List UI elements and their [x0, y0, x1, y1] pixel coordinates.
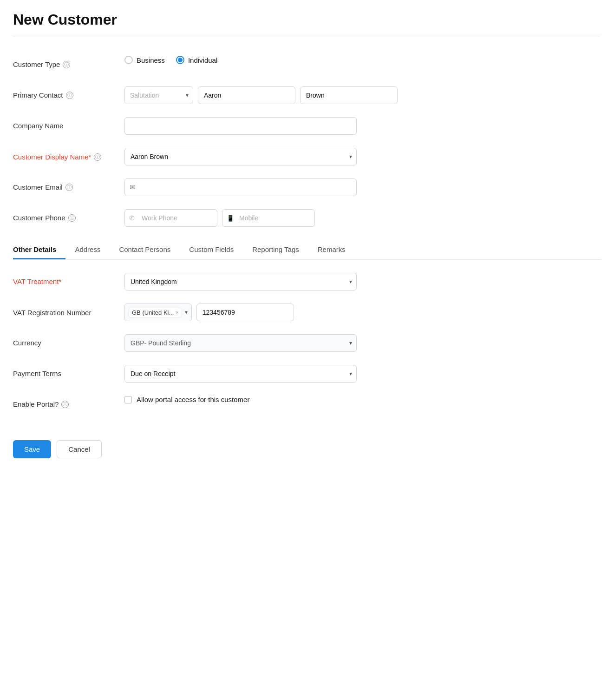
company-name-controls	[124, 117, 601, 135]
primary-contact-controls: Mr. Mrs. Ms. Dr. ▾ Salutation	[124, 86, 601, 104]
radio-individual-label: Individual	[188, 56, 217, 64]
customer-type-row: Customer Type ⓘ Business Individual	[13, 56, 601, 76]
payment-terms-wrapper: Due on Receipt Net 15 Net 30 Net 60 ▾	[124, 365, 357, 383]
save-button[interactable]: Save	[13, 440, 51, 458]
display-name-info-icon[interactable]: ⓘ	[94, 153, 101, 161]
page-title: New Customer	[13, 11, 601, 36]
primary-contact-info-icon[interactable]: ⓘ	[66, 92, 73, 99]
vat-registration-controls: GB (United Ki... × ▾	[124, 304, 601, 321]
customer-email-info-icon[interactable]: ⓘ	[65, 184, 73, 191]
primary-contact-row: Primary Contact ⓘ Mr. Mrs. Ms. Dr. ▾ Sal…	[13, 86, 601, 107]
currency-label: Currency	[13, 334, 124, 347]
customer-phone-row: Customer Phone ⓘ ✆ 📱	[13, 209, 601, 230]
cancel-button[interactable]: Cancel	[57, 440, 102, 458]
country-tag-label: GB (United Ki...	[132, 309, 174, 316]
payment-terms-select[interactable]: Due on Receipt Net 15 Net 30 Net 60	[124, 365, 357, 383]
currency-wrapper: GBP- Pound Sterling USD- US Dollar EUR- …	[124, 334, 357, 352]
last-name-input[interactable]	[300, 86, 398, 104]
radio-individual-circle[interactable]	[176, 56, 184, 64]
display-name-select[interactable]: Aaron Brown	[124, 148, 357, 165]
company-name-input[interactable]	[124, 117, 357, 135]
vat-treatment-label: VAT Treatment*	[13, 273, 124, 285]
vat-registration-row: VAT Registration Number GB (United Ki...…	[13, 304, 601, 324]
country-tag-wrapper: GB (United Ki... × ▾	[124, 304, 192, 321]
country-tag-remove-icon[interactable]: ×	[176, 310, 178, 315]
tab-reporting-tags[interactable]: Reporting Tags	[243, 241, 308, 259]
payment-terms-label: Payment Terms	[13, 365, 124, 377]
company-name-label: Company Name	[13, 117, 124, 130]
enable-portal-row: Enable Portal? ⓘ Allow portal access for…	[13, 396, 601, 416]
payment-terms-controls: Due on Receipt Net 15 Net 30 Net 60 ▾	[124, 365, 601, 383]
other-details-tab-content: VAT Treatment* United Kingdom EU Other ▾…	[13, 260, 601, 416]
tab-contact-persons[interactable]: Contact Persons	[110, 241, 180, 259]
vat-treatment-wrapper: United Kingdom EU Other ▾	[124, 273, 357, 291]
customer-email-row: Customer Email ⓘ ✉	[13, 178, 601, 199]
vat-treatment-select[interactable]: United Kingdom EU Other	[124, 273, 357, 291]
vat-registration-label: VAT Registration Number	[13, 304, 124, 317]
vat-treatment-controls: United Kingdom EU Other ▾	[124, 273, 601, 291]
payment-terms-row: Payment Terms Due on Receipt Net 15 Net …	[13, 365, 601, 385]
country-tag: GB (United Ki... ×	[129, 308, 182, 317]
enable-portal-checkbox[interactable]	[124, 396, 132, 403]
form-footer: Save Cancel	[13, 433, 601, 458]
work-phone-wrapper: ✆	[124, 209, 217, 227]
email-input-wrapper: ✉	[124, 178, 357, 196]
customer-type-label: Customer Type ⓘ	[13, 56, 124, 68]
email-input[interactable]	[124, 178, 357, 196]
radio-business-label: Business	[137, 56, 165, 64]
tab-other-details[interactable]: Other Details	[13, 241, 65, 259]
vat-number-input[interactable]	[196, 304, 294, 321]
tab-custom-fields[interactable]: Custom Fields	[180, 241, 243, 259]
enable-portal-label: Enable Portal? ⓘ	[13, 396, 124, 408]
display-name-controls: Aaron Brown ▾	[124, 148, 601, 165]
tabs-list: Other Details Address Contact Persons Cu…	[13, 241, 601, 259]
mobile-wrapper: 📱	[222, 209, 315, 227]
tab-address[interactable]: Address	[65, 241, 110, 259]
enable-portal-checkbox-label: Allow portal access for this customer	[137, 396, 249, 403]
salutation-select[interactable]: Mr. Mrs. Ms. Dr.	[124, 86, 193, 104]
customer-type-info-icon[interactable]: ⓘ	[63, 61, 70, 68]
currency-controls: GBP- Pound Sterling USD- US Dollar EUR- …	[124, 334, 601, 352]
company-name-row: Company Name	[13, 117, 601, 138]
work-phone-input[interactable]	[124, 209, 217, 227]
customer-type-options: Business Individual	[124, 56, 601, 64]
radio-business-circle[interactable]	[124, 56, 133, 64]
mobile-input[interactable]	[222, 209, 315, 227]
customer-email-label: Customer Email ⓘ	[13, 178, 124, 191]
vat-treatment-row: VAT Treatment* United Kingdom EU Other ▾	[13, 273, 601, 293]
radio-individual[interactable]: Individual	[176, 56, 217, 64]
customer-phone-label: Customer Phone ⓘ	[13, 209, 124, 222]
first-name-input[interactable]	[198, 86, 295, 104]
tabs-section: Other Details Address Contact Persons Cu…	[13, 241, 601, 260]
currency-row: Currency GBP- Pound Sterling USD- US Dol…	[13, 334, 601, 355]
display-name-wrapper: Aaron Brown ▾	[124, 148, 357, 165]
customer-email-controls: ✉	[124, 178, 601, 196]
display-name-label: Customer Display Name* ⓘ	[13, 148, 124, 162]
enable-portal-controls: Allow portal access for this customer	[124, 396, 601, 403]
primary-contact-label: Primary Contact ⓘ	[13, 86, 124, 99]
tab-remarks[interactable]: Remarks	[308, 241, 355, 259]
enable-portal-info-icon[interactable]: ⓘ	[61, 401, 69, 408]
radio-business[interactable]: Business	[124, 56, 165, 64]
customer-phone-controls: ✆ 📱	[124, 209, 601, 227]
customer-phone-info-icon[interactable]: ⓘ	[68, 214, 76, 222]
currency-select[interactable]: GBP- Pound Sterling USD- US Dollar EUR- …	[124, 334, 357, 352]
salutation-wrapper: Mr. Mrs. Ms. Dr. ▾ Salutation	[124, 86, 193, 104]
country-tag-chevron-icon[interactable]: ▾	[185, 309, 188, 316]
customer-form: Customer Type ⓘ Business Individual Prim…	[13, 45, 601, 230]
display-name-row: Customer Display Name* ⓘ Aaron Brown ▾	[13, 148, 601, 168]
